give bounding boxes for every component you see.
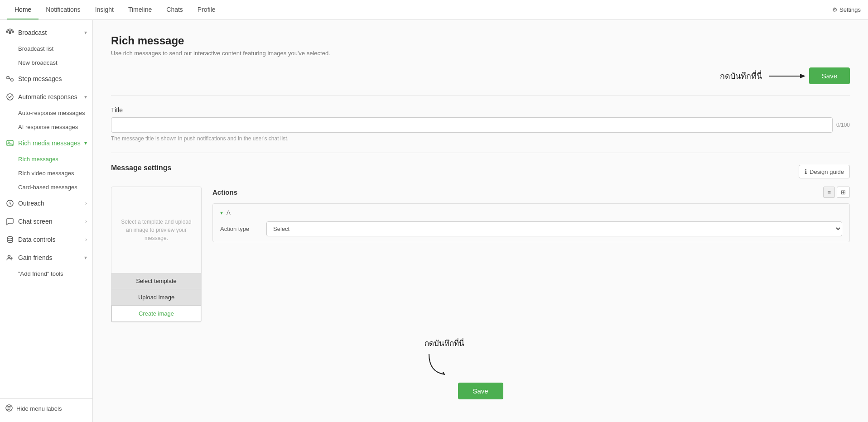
main-content: Rich message Use rich messages to send o… [93, 20, 868, 422]
rich-media-icon [5, 139, 14, 148]
char-count: 0/100 [836, 122, 850, 128]
friends-icon [5, 253, 14, 262]
svg-marker-10 [800, 74, 805, 78]
sidebar-item-rich-media[interactable]: Rich media messages ▾ [0, 134, 92, 152]
svg-point-6 [7, 237, 13, 239]
page-subtitle: Use rich messages to send out interactiv… [111, 50, 850, 57]
action-item-a: ▾ A Action type Select URL Text Postback [212, 203, 850, 242]
svg-line-3 [9, 78, 11, 80]
grid-icon: ⊞ [841, 189, 846, 196]
svg-rect-2 [11, 79, 13, 81]
chevron-right-icon-data: › [85, 236, 87, 243]
action-item-header: ▾ A [220, 209, 842, 216]
title-input-wrap: 0/100 [111, 117, 850, 133]
bottom-arrow-icon [424, 352, 452, 379]
sidebar-item-new-broadcast[interactable]: New broadcast [0, 56, 92, 70]
svg-point-0 [9, 31, 11, 34]
title-input[interactable] [111, 117, 833, 133]
sidebar-item-rich-video[interactable]: Rich video messages [0, 166, 92, 180]
actions-pane: Actions ≡ ⊞ ▾ A [212, 187, 850, 322]
action-type-select[interactable]: Select URL Text Postback [266, 221, 842, 236]
sidebar-friends-label: Gain friends [18, 254, 52, 261]
sidebar: Broadcast ▾ Broadcast list New broadcast… [0, 20, 93, 422]
svg-point-5 [8, 142, 10, 143]
select-template-button[interactable]: Select template [111, 273, 201, 289]
sidebar-outreach-label: Outreach [18, 200, 44, 207]
sidebar-step-label: Step messages [18, 75, 62, 82]
preview-pane: Select a template and upload an image to… [111, 187, 202, 322]
sidebar-item-gain-friends[interactable]: Gain friends ▾ [0, 249, 92, 267]
sidebar-item-auto-responses[interactable]: Automatic responses ▾ [0, 88, 92, 106]
svg-point-7 [8, 255, 10, 258]
data-icon [5, 235, 14, 244]
sidebar-footer-hide-labels[interactable]: Hide menu labels [0, 398, 92, 418]
sidebar-rich-label: Rich media messages [18, 139, 81, 147]
sidebar-data-label: Data controls [18, 236, 55, 243]
sidebar-broadcast-label: Broadcast [18, 29, 47, 36]
upload-image-button[interactable]: Upload image [111, 289, 201, 305]
design-guide-label: Design guide [810, 168, 844, 175]
sidebar-item-auto-response-messages[interactable]: Auto-response messages [0, 106, 92, 120]
message-settings-title: Message settings [111, 164, 171, 172]
tab-insight[interactable]: Insight [88, 0, 121, 19]
list-view-button[interactable]: ≡ [823, 187, 835, 198]
app-layout: Broadcast ▾ Broadcast list New broadcast… [0, 20, 868, 422]
page-title: Rich message [111, 34, 850, 47]
sidebar-item-broadcast[interactable]: Broadcast ▾ [0, 24, 92, 42]
sidebar-item-ai-response-messages[interactable]: AI response messages [0, 120, 92, 134]
tab-timeline[interactable]: Timeline [121, 0, 159, 19]
tab-chats[interactable]: Chats [159, 0, 190, 19]
chevron-right-icon-chat: › [85, 218, 87, 225]
design-guide-button[interactable]: ℹ Design guide [799, 165, 850, 178]
top-annotation-text: กดบันทึกที่นี่ [720, 69, 762, 82]
create-image-button[interactable]: Create image [111, 305, 201, 322]
svg-rect-4 [7, 140, 13, 146]
sidebar-chat-label: Chat screen [18, 218, 52, 225]
save-button-bottom[interactable]: Save [458, 383, 503, 399]
chat-icon [5, 217, 14, 226]
sidebar-item-outreach[interactable]: Outreach › [0, 194, 92, 212]
sidebar-item-broadcast-list[interactable]: Broadcast list [0, 42, 92, 56]
sidebar-item-card-based[interactable]: Card-based messages [0, 180, 92, 194]
preview-area: Select a template and upload an image to… [111, 187, 201, 273]
sidebar-item-chat-screen[interactable]: Chat screen › [0, 212, 92, 230]
message-settings-body: Select a template and upload an image to… [111, 187, 850, 322]
bottom-annotation-wrap: กดบันทึกที่นี่ [424, 337, 464, 379]
sidebar-item-rich-messages[interactable]: Rich messages [0, 152, 92, 166]
bottom-annotation-text: กดบันทึกที่นี่ [424, 337, 464, 349]
action-type-label: Action type [220, 225, 261, 232]
svg-rect-1 [7, 77, 9, 79]
actions-title: Actions [212, 188, 237, 196]
action-item-label: A [227, 209, 231, 216]
hide-labels-text: Hide menu labels [16, 405, 62, 412]
tab-home[interactable]: Home [7, 0, 39, 19]
chevron-down-action: ▾ [220, 210, 223, 216]
grid-view-button[interactable]: ⊞ [837, 187, 850, 198]
arrow-right-icon [769, 72, 805, 81]
gear-icon: ⚙ [832, 6, 838, 13]
tab-notifications[interactable]: Notifications [39, 0, 87, 19]
chevron-right-icon-outreach: › [85, 200, 87, 206]
action-type-row: Action type Select URL Text Postback [220, 221, 842, 236]
sidebar-auto-label: Automatic responses [18, 93, 77, 101]
nav-tabs: Home Notifications Insight Timeline Chat… [7, 0, 832, 19]
sidebar-item-data-controls[interactable]: Data controls › [0, 230, 92, 249]
actions-header: Actions ≡ ⊞ [212, 187, 850, 198]
title-field-label: Title [111, 106, 850, 114]
outreach-icon [5, 199, 14, 208]
settings-link[interactable]: ⚙ Settings [832, 6, 861, 13]
chevron-down-icon: ▾ [84, 29, 87, 36]
message-settings-header: Message settings ℹ Design guide [111, 164, 850, 179]
save-button-top[interactable]: Save [809, 67, 850, 84]
info-icon: ℹ [805, 168, 807, 175]
list-icon: ≡ [827, 189, 831, 196]
top-annotation-area: กดบันทึกที่นี่ Save [111, 67, 850, 84]
auto-icon [5, 92, 14, 101]
sidebar-item-step-messages[interactable]: Step messages [0, 70, 92, 88]
settings-label: Settings [839, 6, 861, 13]
tab-profile[interactable]: Profile [190, 0, 223, 19]
chevron-down-icon-rich: ▾ [84, 140, 87, 146]
top-navigation: Home Notifications Insight Timeline Chat… [0, 0, 868, 20]
title-hint: The message title is shown in push notif… [111, 135, 850, 142]
sidebar-item-add-friend-tools[interactable]: "Add friend" tools [0, 267, 92, 281]
